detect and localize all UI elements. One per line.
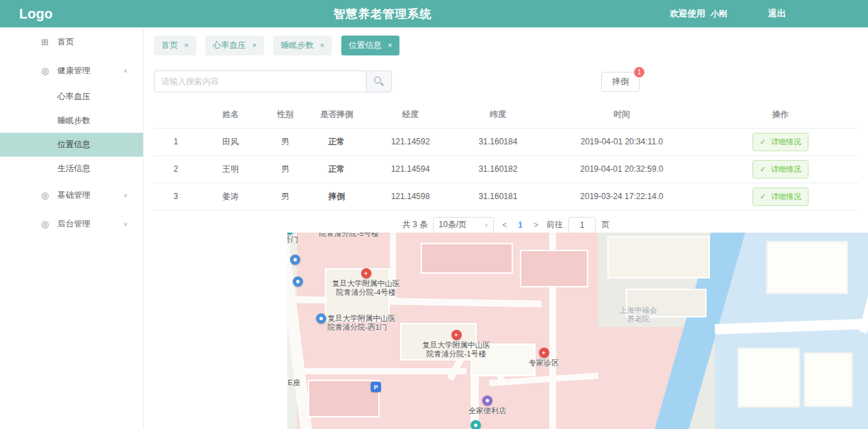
page-size-select[interactable]: 10条/页 ∨ <box>433 217 494 233</box>
column-header-name: 姓名 <box>198 102 263 128</box>
tab-bar: 首页 × 心率血压 × 睡眠步数 × 位置信息 × <box>144 27 868 60</box>
chevron-up-icon: ∧ <box>123 68 128 74</box>
pin-icon: ◎ <box>41 66 57 76</box>
sidebar-item-health-management[interactable]: ◎ 健康管理 ∧ <box>0 56 143 85</box>
chevron-down-icon: ∨ <box>123 221 128 227</box>
cell-index: 3 <box>154 183 198 210</box>
sidebar-item-heart-rate[interactable]: 心率血压 <box>0 85 143 109</box>
sidebar-item-label: 位置信息 <box>57 139 90 151</box>
hospital-icon: + <box>361 268 371 278</box>
map-poi-metro[interactable] <box>471 420 481 429</box>
close-icon[interactable]: × <box>184 41 188 49</box>
page-number-1[interactable]: 1 <box>515 220 525 230</box>
goto-label: 前往 <box>547 219 563 231</box>
map-building <box>308 380 380 417</box>
table-header-row: 姓名 性别 是否摔倒 经度 纬度 时间 操作 <box>154 102 858 128</box>
sidebar-item-life-info[interactable]: 生活信息 <box>0 157 143 181</box>
status-badge: 正常 <box>307 128 366 155</box>
sidebar-item-location-info[interactable]: 位置信息 <box>0 133 143 157</box>
column-header-latitude: 纬度 <box>455 102 541 128</box>
detail-button[interactable]: ✓ 详细情况 <box>752 160 808 179</box>
detail-button-label: 详细情况 <box>771 192 801 200</box>
map-poi-west-gate1[interactable]: 复旦大学附属中山医 院青浦分院-西1门 <box>316 313 395 332</box>
sidebar-item-label: 首页 <box>57 36 74 48</box>
column-header-actions: 操作 <box>702 102 858 128</box>
gate-icon <box>316 313 326 324</box>
column-header-gender: 性别 <box>263 102 307 128</box>
sidebar-item-home[interactable]: ⊞ 首页 <box>0 27 143 56</box>
gate-icon <box>287 233 294 235</box>
cell-latitude: 31.160182 <box>455 155 541 183</box>
table-row: 1 田风 男 正常 121.14592 31.160184 2019-04-01… <box>154 128 858 155</box>
app-header: Logo 智慧养老管理系统 欢迎使用 小刚 退出 <box>0 0 868 27</box>
map-poi-hospital-building1[interactable]: + 复旦大学附属中山医 院青浦分院-1号楼 <box>412 330 501 359</box>
sidebar-item-basic-management[interactable]: ◎ 基础管理 ∨ <box>0 181 143 209</box>
tab-label: 首页 <box>161 40 178 50</box>
chevron-down-icon: ∨ <box>123 192 128 198</box>
sidebar-item-sleep-steps[interactable]: 睡眠步数 <box>0 109 143 133</box>
tab-sleep-steps[interactable]: 睡眠步数 × <box>273 36 332 55</box>
hospital-icon: + <box>451 330 462 340</box>
chevron-down-icon: ∨ <box>484 222 489 229</box>
sidebar-item-label: 基础管理 <box>57 190 90 201</box>
close-icon[interactable]: × <box>388 41 392 49</box>
close-icon[interactable]: × <box>252 41 257 49</box>
toolbar: 摔倒 1 <box>154 70 868 94</box>
cell-time: 2019-04-01 20:34:11.0 <box>541 128 702 155</box>
column-header-index <box>154 102 198 128</box>
status-badge: 正常 <box>307 155 366 183</box>
search-input[interactable] <box>154 70 366 92</box>
sidebar-item-backend-management[interactable]: ◎ 后台管理 ∨ <box>0 209 143 238</box>
map-poi-bus-stop[interactable] <box>290 255 300 265</box>
cell-gender: 男 <box>263 128 307 155</box>
sidebar-item-label: 睡眠步数 <box>57 115 90 127</box>
sidebar-item-label: 后台管理 <box>57 218 90 230</box>
detail-button[interactable]: ✓ 详细情况 <box>752 187 808 206</box>
detail-button[interactable]: ✓ 详细情况 <box>752 133 808 151</box>
map-building <box>737 348 800 408</box>
tab-location-info[interactable]: 位置信息 × <box>341 36 400 55</box>
map-poi-bus-stop[interactable] <box>293 276 303 287</box>
map-building <box>520 250 588 287</box>
cell-name: 王明 <box>198 155 263 183</box>
page-title: 智慧养老管理系统 <box>144 6 622 22</box>
location-map[interactable]: 院青浦分院-5号楼 4号门 + 复旦大学附属中山医 院青浦分院-4号楼 复旦大学… <box>287 233 868 429</box>
logout-button[interactable]: 退出 <box>768 8 786 20</box>
map-poi-convenience-store[interactable]: 全家便利店 <box>462 395 513 415</box>
pagination-total: 共 3 条 <box>402 219 428 231</box>
bus-stop-icon <box>293 276 303 287</box>
search-button[interactable] <box>366 70 392 92</box>
map-label-block-e: E座 <box>287 378 308 387</box>
close-icon[interactable]: × <box>320 41 324 49</box>
app-logo: Logo <box>0 6 144 22</box>
prev-page-button[interactable]: < <box>499 220 510 230</box>
search-icon <box>374 77 381 83</box>
tab-label: 位置信息 <box>349 40 382 50</box>
map-poi-parking[interactable]: P <box>371 382 381 392</box>
map-poi-gate4[interactable]: 4号门 <box>287 233 298 244</box>
tab-heart-rate[interactable]: 心率血压 × <box>205 36 264 55</box>
main-content: 首页 × 心率血压 × 睡眠步数 × 位置信息 × 摔倒 1 <box>144 27 868 429</box>
cell-longitude: 121.14592 <box>366 128 455 155</box>
cell-index: 1 <box>154 128 198 155</box>
table-row: 3 姜涛 男 摔倒 121.14598 31.160181 2019-03-24… <box>154 183 858 210</box>
tab-label: 心率血压 <box>213 40 246 50</box>
pagination: 共 3 条 10条/页 ∨ < 1 > 前往 页 <box>144 216 868 234</box>
goto-page-input[interactable] <box>568 217 596 233</box>
goto-unit: 页 <box>601 219 609 231</box>
sidebar: ⊞ 首页 ◎ 健康管理 ∧ 心率血压 睡眠步数 位置信息 生活信息 ◎ 基础管理… <box>0 27 144 429</box>
map-poi-hospital-building4[interactable]: + 复旦大学附属中山医 院青浦分院-4号楼 <box>321 268 410 297</box>
next-page-button[interactable]: > <box>531 220 541 230</box>
tab-home[interactable]: 首页 × <box>154 36 196 55</box>
sidebar-item-label: 健康管理 <box>57 65 90 77</box>
cell-name: 姜涛 <box>198 183 263 210</box>
column-header-longitude: 经度 <box>366 102 455 128</box>
map-poi-expert-clinic[interactable]: + 专家诊区 <box>520 348 568 367</box>
cell-latitude: 31.160184 <box>455 128 541 155</box>
map-building <box>607 236 710 278</box>
sidebar-item-label: 心率血压 <box>57 91 90 103</box>
map-building <box>766 241 848 294</box>
detail-button-label: 详细情况 <box>771 165 801 173</box>
fall-filter-button[interactable]: 摔倒 1 <box>601 72 640 92</box>
cell-latitude: 31.160181 <box>455 183 541 210</box>
